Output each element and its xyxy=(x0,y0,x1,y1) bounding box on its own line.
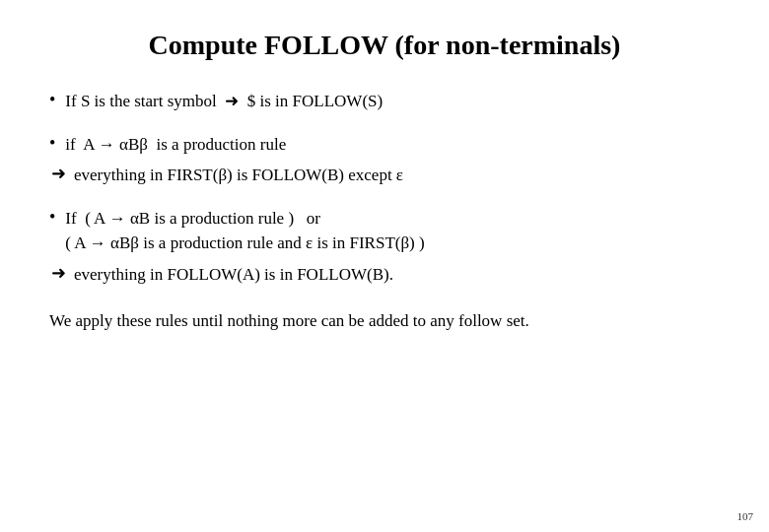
bullet-3-text-2: ( A → αBβ is a production rule and ε is … xyxy=(65,231,424,256)
bullet-2-sub-text: everything in FIRST(β) is FOLLOW(B) exce… xyxy=(74,163,403,188)
bullet-2-section: • if A → αBβ is a production rule ➜ ever… xyxy=(49,132,720,188)
arrow-2-icon: ➜ xyxy=(51,163,66,184)
bullet-1-dot: • xyxy=(49,90,55,110)
bullet-2-line: • if A → αBβ is a production rule xyxy=(49,132,720,158)
arrow-3-icon: ➜ xyxy=(51,262,66,284)
bullet-1-section: • If S is the start symbol ➜ $ is in FOL… xyxy=(49,89,720,114)
bullet-1-line: • If S is the start symbol ➜ $ is in FOL… xyxy=(49,89,720,114)
bullet-3-sub: ➜ everything in FOLLOW(A) is in FOLLOW(B… xyxy=(51,262,720,288)
bullet-2-dot: • xyxy=(49,133,55,154)
bullet-3-dot: • xyxy=(49,207,55,228)
page-number: 107 xyxy=(737,510,754,522)
slide-title: Compute FOLLOW (for non-terminals) xyxy=(49,30,720,61)
footer-text: We apply these rules until nothing more … xyxy=(49,308,720,334)
slide: Compute FOLLOW (for non-terminals) • If … xyxy=(0,0,769,532)
bullet-3-sub-text: everything in FOLLOW(A) is in FOLLOW(B). xyxy=(74,262,393,288)
bullet-3-text-1: If ( A → αB is a production rule ) or xyxy=(65,206,424,232)
bullet-1-text: If S is the start symbol ➜ $ is in FOLLO… xyxy=(65,89,383,114)
bullet-3-line: • If ( A → αB is a production rule ) or … xyxy=(49,206,720,256)
bullet-2-sub: ➜ everything in FIRST(β) is FOLLOW(B) ex… xyxy=(51,163,720,188)
bullet-3-section: • If ( A → αB is a production rule ) or … xyxy=(49,206,720,288)
bullet-2-text: if A → αBβ is a production rule xyxy=(65,132,286,158)
